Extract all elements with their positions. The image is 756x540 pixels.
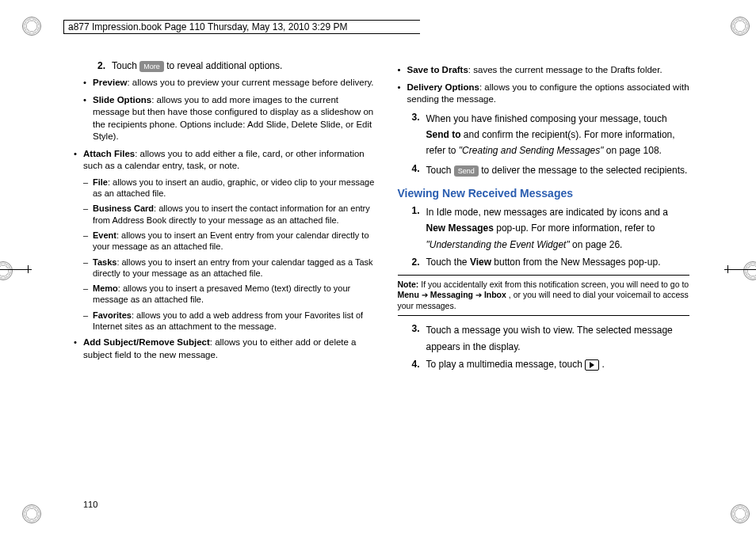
registration-mark [731,504,750,523]
list-item: Event: allows you to insert an Event ent… [83,230,376,253]
list-item: Save to Drafts: saves the current messag… [398,64,690,77]
list-item: File: allows you to insert an audio, gra… [83,177,376,200]
list-item: Attach Files: allows you to add either a… [74,148,376,333]
text: on page 108. [604,145,662,156]
text: If you accidentally exit from this notif… [421,280,689,289]
step-text: When you have finished composing your me… [426,111,690,159]
step-4: 4. Touch Send to deliver the message to … [398,162,690,178]
step-text: Touch the View button from the New Messa… [426,256,690,268]
list-item: Memo: allows you to insert a presaved Me… [83,283,376,306]
text: to reveal additional options. [166,60,282,71]
label: Tasks [93,257,116,267]
label: Memo [93,283,118,293]
label: View [470,257,491,268]
options-list-cont: Save to Drafts: saves the current messag… [398,64,690,106]
text: button from the New Messages pop-up. [491,257,660,268]
label: New Messages [426,222,494,234]
step-2: 2. Touch More to reveal additional optio… [83,59,376,72]
text: When you have finished composing your me… [426,113,667,124]
text: Touch [112,60,139,71]
arrow-icon: ➔ [475,291,482,301]
label: Send to [426,129,461,140]
attach-sublist: File: allows you to insert an audio, gra… [83,177,376,333]
text: to deliver the message to the selected r… [481,165,687,176]
text: . [599,359,605,370]
view-step-4: 4. To play a multimedia message, touch . [398,358,690,371]
list-item: Delivery Options: allows you to configur… [398,82,690,106]
text: : allows you to preview your current mes… [127,78,373,87]
step-number: 4. [398,358,426,371]
text: : allows you to insert an Event entry fr… [93,230,369,251]
label: Event [93,230,116,240]
text: Touch the [426,257,470,268]
page-number: 110 [83,499,97,511]
arrow-icon: ➔ [422,291,428,301]
registration-mark [731,17,750,36]
section-heading: Viewing New Received Messages [398,186,690,201]
reference: "Understanding the Event Widget" [426,239,570,250]
text: : allows you to insert an entry from you… [93,257,373,278]
send-button-icon: Send [454,165,479,177]
registration-mark [22,17,41,36]
label: Preview [93,78,127,87]
list-item: Slide Options: allows you to add more im… [83,94,376,143]
view-step-1: 1. In Idle mode, new messages are indica… [398,204,690,253]
step-number: 4. [398,162,426,178]
page-body: 2. Touch More to reveal additional optio… [83,59,689,511]
text: on page 26. [570,239,623,250]
label: Favorites [93,310,132,320]
label: Delivery Options [407,82,479,92]
text: : allows you to insert a presaved Memo (… [93,283,350,304]
label: File [93,177,108,187]
menu-path: Inbox [484,290,506,299]
list-item: Add Subject/Remove Subject: allows you t… [74,337,376,361]
left-column: 2. Touch More to reveal additional optio… [83,59,376,511]
text: pop-up. For more information, refer to [494,222,655,234]
text: : allows you to add a web address from y… [93,310,363,331]
step-number: 3. [398,111,426,159]
right-column: Save to Drafts: saves the current messag… [398,59,690,511]
menu-path: Menu [398,290,419,299]
more-button-icon: More [139,61,164,72]
text: Touch [426,165,454,176]
text: : saves the current message to the Draft… [468,65,662,74]
list-item: Tasks: allows you to insert an entry fro… [83,257,376,280]
step-number: 2. [83,59,112,72]
label: Business Card [93,203,154,213]
note-block: Note: If you accidentally exit from this… [398,275,690,316]
reference: "Creating and Sending Messages" [459,145,604,156]
page-header-text: a877 Impression.book Page 110 Thursday, … [68,21,347,32]
note-label: Note: [398,280,419,289]
view-step-3: 3. Touch a message you wish to view. The… [398,322,690,355]
step-number: 2. [398,256,426,268]
registration-mark [0,261,13,280]
text: In Idle mode, new messages are indicated… [426,207,669,218]
list-item: Favorites: allows you to add a web addre… [83,310,376,333]
step-text: Touch Send to deliver the message to the… [426,162,690,178]
step-text: To play a multimedia message, touch . [426,358,690,371]
text: To play a multimedia message, touch [426,359,586,370]
label: Save to Drafts [407,65,468,74]
step-text: Touch More to reveal additional options. [112,59,376,72]
label: Attach Files [83,149,135,158]
menu-path: Messaging [430,290,473,299]
text: : allows you to insert an audio, graphic… [93,177,374,198]
list-item: Preview: allows you to preview your curr… [83,77,376,89]
registration-mark [743,261,756,280]
step-text: Touch a message you wish to view. The se… [426,322,690,355]
registration-mark [22,504,41,523]
step-number: 3. [398,322,426,355]
step-text: In Idle mode, new messages are indicated… [426,204,690,253]
label: Slide Options [93,95,151,105]
view-step-2: 2. Touch the View button from the New Me… [398,256,690,268]
options-list: Preview: allows you to preview your curr… [83,77,376,361]
list-item: Business Card: allows you to insert the … [83,203,376,226]
label: Add Subject/Remove Subject [83,337,210,347]
play-icon [585,359,599,371]
step-3: 3. When you have finished composing your… [398,111,690,159]
step-number: 1. [398,204,426,253]
